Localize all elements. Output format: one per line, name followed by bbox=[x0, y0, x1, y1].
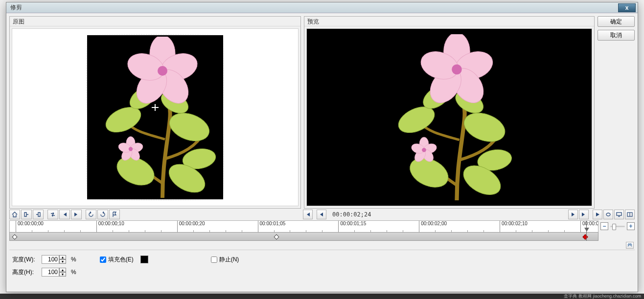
static-label: 静止(N) bbox=[219, 256, 239, 264]
tool-swap-icon[interactable] bbox=[47, 210, 58, 219]
titlebar[interactable]: 修剪 x bbox=[6, 2, 638, 13]
crop-window: 修剪 x 原图 bbox=[6, 2, 638, 292]
tool-next-frame-icon[interactable] bbox=[71, 210, 82, 219]
ruler-tick: 00:00:02;00 bbox=[419, 221, 447, 232]
keyframe-end-icon[interactable] bbox=[582, 234, 588, 239]
watermark-text: 查字典 教程网 jiaocheng.chazidian.com bbox=[0, 294, 644, 299]
flower-image bbox=[89, 37, 221, 198]
tool-mark-out-icon[interactable] bbox=[33, 210, 44, 219]
static-checkbox-wrap[interactable]: 静止(N) bbox=[211, 256, 239, 264]
dialog-sidebar: 确定 取消 bbox=[598, 16, 635, 209]
ruler-tick: 00:00:02;20 bbox=[580, 221, 598, 232]
play-button[interactable] bbox=[593, 210, 602, 219]
ruler-tick: 00:00:00;10 bbox=[96, 221, 124, 232]
playhead[interactable] bbox=[586, 221, 587, 241]
timeline-ruler[interactable]: 00:00:00;0000:00:00;1000:00:00;2000:00:0… bbox=[9, 220, 598, 232]
close-icon: x bbox=[625, 4, 629, 11]
cancel-button[interactable]: 取消 bbox=[598, 30, 635, 41]
close-button[interactable]: x bbox=[618, 3, 636, 12]
height-percent-suffix: % bbox=[71, 269, 76, 276]
timeline[interactable]: 00:00:00;0000:00:00;1000:00:00;2000:00:0… bbox=[9, 220, 598, 241]
height-label: 高度(H): bbox=[12, 268, 38, 277]
svg-point-21 bbox=[460, 108, 509, 147]
parameters-panel: 宽度(W): ▲ ▼ % 填充色(E) 静止(N) bbox=[9, 250, 635, 289]
step-forward-button[interactable] bbox=[568, 210, 578, 219]
preview-panel: 预览 bbox=[304, 16, 595, 209]
fill-color-checkbox-wrap[interactable]: 填充色(E) bbox=[100, 256, 134, 264]
ruler-tick: 00:00:01;05 bbox=[258, 221, 286, 232]
svg-point-37 bbox=[422, 148, 426, 152]
svg-rect-38 bbox=[617, 213, 621, 215]
zoom-in-button[interactable]: + bbox=[627, 222, 635, 230]
width-spin-down[interactable]: ▼ bbox=[59, 259, 66, 264]
tool-flag-icon[interactable] bbox=[109, 210, 120, 219]
preview-image-box bbox=[344, 34, 554, 200]
ok-button[interactable]: 确定 bbox=[598, 16, 635, 27]
timeline-track[interactable] bbox=[9, 232, 598, 241]
preview-panel-header: 预览 bbox=[304, 17, 594, 26]
ruler-tick: 00:00:00;20 bbox=[177, 221, 205, 232]
go-end-button[interactable] bbox=[579, 210, 589, 219]
height-input[interactable] bbox=[42, 268, 59, 277]
original-panel-header: 原图 bbox=[10, 17, 300, 26]
flower-preview-image bbox=[366, 34, 532, 200]
width-spin-up[interactable]: ▲ bbox=[59, 255, 66, 259]
step-back-button[interactable] bbox=[317, 210, 326, 219]
fill-color-label: 填充色(E) bbox=[108, 256, 134, 264]
timecode-display: 00:00:02;24 bbox=[332, 211, 371, 218]
window-title: 修剪 bbox=[10, 3, 22, 12]
tool-home-icon[interactable] bbox=[9, 210, 20, 219]
split-view-icon[interactable] bbox=[625, 210, 635, 219]
loop-button[interactable] bbox=[603, 210, 613, 219]
fill-color-checkbox[interactable] bbox=[100, 256, 106, 263]
ruler-tick: 00:00:00;00 bbox=[16, 221, 44, 232]
height-spin-up[interactable]: ▲ bbox=[59, 268, 66, 272]
crop-selection[interactable] bbox=[87, 35, 223, 199]
svg-rect-39 bbox=[627, 213, 632, 216]
fill-color-swatch[interactable] bbox=[140, 256, 148, 263]
ruler-tick: 00:00:02;10 bbox=[500, 221, 528, 232]
tool-rotate-right-icon[interactable] bbox=[97, 210, 108, 219]
width-label: 宽度(W): bbox=[12, 256, 38, 264]
original-panel-body[interactable] bbox=[12, 28, 299, 206]
tool-mark-in-icon[interactable] bbox=[21, 210, 32, 219]
preview-panel-body bbox=[306, 28, 592, 206]
keyframe-mid-icon[interactable] bbox=[274, 234, 279, 239]
svg-point-18 bbox=[129, 147, 133, 151]
original-panel: 原图 bbox=[9, 16, 301, 209]
monitor-icon[interactable] bbox=[614, 210, 624, 219]
svg-point-12 bbox=[158, 66, 167, 76]
tool-prev-frame-icon[interactable] bbox=[59, 210, 70, 219]
width-percent-suffix: % bbox=[71, 256, 76, 263]
zoom-out-button[interactable]: − bbox=[600, 222, 608, 230]
tool-rotate-left-icon[interactable] bbox=[86, 210, 96, 219]
svg-point-31 bbox=[452, 64, 462, 75]
collapse-params-button[interactable] bbox=[626, 242, 634, 249]
zoom-slider[interactable] bbox=[610, 226, 625, 227]
static-checkbox[interactable] bbox=[211, 256, 217, 263]
width-input[interactable] bbox=[42, 255, 59, 264]
svg-point-2 bbox=[166, 108, 213, 146]
keyframe-start-icon[interactable] bbox=[12, 234, 17, 239]
height-spin-down[interactable]: ▼ bbox=[59, 272, 66, 277]
go-start-button[interactable] bbox=[303, 210, 313, 219]
ruler-tick: 00:00:01;15 bbox=[338, 221, 366, 232]
